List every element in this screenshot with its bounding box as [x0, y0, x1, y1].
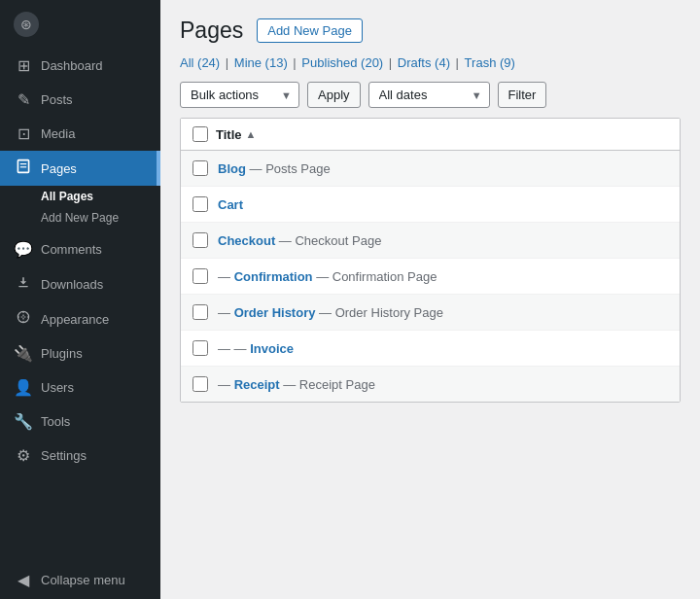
filter-published-link[interactable]: Published (20)	[301, 55, 383, 70]
table-header-row: Title ▲	[181, 119, 680, 151]
plugins-icon: 🔌	[14, 344, 33, 363]
table-row: — Order History — Order History Page	[181, 295, 680, 331]
sidebar-item-label: Plugins	[41, 346, 83, 361]
title-column-header[interactable]: Title ▲	[216, 127, 256, 142]
sidebar-item-label: Posts	[41, 92, 73, 107]
title-column-label: Title	[216, 127, 242, 142]
sidebar-sub-item-all-pages[interactable]: All Pages	[41, 186, 160, 207]
users-icon: 👤	[14, 378, 33, 397]
sidebar-item-users[interactable]: 👤 Users	[0, 370, 160, 405]
page-link-order-history[interactable]: Order History	[234, 305, 316, 320]
sidebar-item-comments[interactable]: 💬 Comments	[0, 232, 160, 266]
table-row: Checkout — Checkout Page	[181, 223, 680, 259]
row-checkbox-confirmation[interactable]	[192, 268, 208, 284]
filter-button[interactable]: Filter	[498, 82, 547, 108]
filter-drafts-link[interactable]: Drafts (4)	[398, 55, 450, 70]
sidebar-sub-item-add-new[interactable]: Add New Page	[41, 207, 160, 229]
table-row: — Confirmation — Confirmation Page	[181, 259, 680, 295]
row-title-order-history: — Order History — Order History Page	[218, 305, 668, 320]
row-checkbox-order-history[interactable]	[192, 304, 208, 320]
row-checkbox-checkout[interactable]	[192, 232, 208, 248]
sidebar-item-label: Comments	[41, 242, 102, 257]
page-link-checkout[interactable]: Checkout	[218, 233, 275, 248]
table-row: — — Invoice	[181, 331, 680, 367]
page-header: Pages Add New Page	[180, 18, 681, 44]
row-checkbox-invoice[interactable]	[192, 340, 208, 356]
posts-icon: ✎	[14, 90, 33, 109]
row-title-receipt: — Receipt — Receipt Page	[218, 377, 668, 392]
sidebar-item-label: Downloads	[41, 277, 103, 292]
settings-icon: ⚙	[14, 446, 33, 465]
filter-links-bar: All (24) | Mine (13) | Published (20) | …	[180, 55, 681, 70]
sidebar-item-label: Users	[41, 380, 74, 395]
sidebar-item-media[interactable]: ⊡ Media	[0, 117, 160, 151]
row-title-blog: Blog — Posts Page	[218, 161, 668, 176]
page-title: Pages	[180, 18, 243, 44]
sidebar: ⊛ ⊞ Dashboard ✎ Posts ⊡ Media Pages All …	[0, 0, 160, 599]
tools-icon: 🔧	[14, 412, 33, 431]
sidebar-item-tools[interactable]: 🔧 Tools	[0, 405, 160, 439]
page-link-receipt[interactable]: Receipt	[234, 377, 280, 392]
bulk-actions-wrapper: Bulk actions Edit Move to Trash ▼	[180, 82, 299, 108]
all-dates-wrapper: All dates January 2024 February 2024 ▼	[368, 82, 490, 108]
wp-logo-icon: ⊛	[14, 12, 39, 37]
collapse-menu-button[interactable]: ◀ Collapse menu	[0, 561, 160, 599]
filter-mine-link[interactable]: Mine (13)	[234, 55, 288, 70]
row-title-cart: Cart	[218, 197, 668, 212]
sidebar-item-label: Appearance	[41, 312, 109, 327]
table-row: Cart	[181, 187, 680, 223]
sidebar-item-appearance[interactable]: Appearance	[0, 301, 160, 336]
sidebar-item-plugins[interactable]: 🔌 Plugins	[0, 336, 160, 370]
page-link-confirmation[interactable]: Confirmation	[234, 269, 313, 284]
media-icon: ⊡	[14, 124, 33, 143]
table-row: Blog — Posts Page	[181, 151, 680, 187]
pages-icon	[14, 159, 33, 178]
row-checkbox-cart[interactable]	[192, 196, 208, 212]
pages-table: Title ▲ Blog — Posts Page Cart Checkout …	[180, 118, 681, 403]
row-checkbox-receipt[interactable]	[192, 376, 208, 392]
sort-icon: ▲	[246, 128, 257, 140]
main-content: Pages Add New Page All (24) | Mine (13) …	[160, 0, 700, 599]
downloads-icon	[14, 274, 33, 294]
sidebar-item-label: Tools	[41, 414, 70, 429]
row-title-invoice: — — Invoice	[218, 341, 668, 356]
filter-trash-link[interactable]: Trash (9)	[465, 55, 515, 70]
sidebar-item-settings[interactable]: ⚙ Settings	[0, 439, 160, 473]
sidebar-item-label: Media	[41, 126, 75, 141]
toolbar: Bulk actions Edit Move to Trash ▼ Apply …	[180, 82, 681, 108]
add-new-page-button[interactable]: Add New Page	[257, 18, 363, 43]
page-link-invoice[interactable]: Invoice	[250, 341, 294, 356]
filter-all-link[interactable]: All (24)	[180, 55, 220, 70]
dates-select[interactable]: All dates January 2024 February 2024	[368, 82, 490, 108]
dashboard-icon: ⊞	[14, 56, 33, 75]
sidebar-item-downloads[interactable]: Downloads	[0, 266, 160, 301]
sidebar-logo[interactable]: ⊛	[0, 0, 160, 49]
select-all-checkbox[interactable]	[192, 126, 208, 142]
sidebar-item-dashboard[interactable]: ⊞ Dashboard	[0, 49, 160, 83]
sidebar-item-label: Pages	[41, 161, 77, 176]
comments-icon: 💬	[14, 240, 33, 259]
sidebar-item-posts[interactable]: ✎ Posts	[0, 83, 160, 117]
svg-rect-0	[18, 160, 28, 173]
collapse-icon: ◀	[14, 571, 33, 589]
page-link-cart[interactable]: Cart	[218, 197, 243, 212]
table-row: — Receipt — Receipt Page	[181, 367, 680, 402]
row-title-checkout: Checkout — Checkout Page	[218, 233, 668, 248]
svg-rect-3	[18, 286, 28, 287]
appearance-icon	[14, 309, 33, 329]
sidebar-item-pages[interactable]: Pages	[0, 151, 160, 186]
sidebar-item-label: Dashboard	[41, 58, 103, 73]
bulk-actions-select[interactable]: Bulk actions Edit Move to Trash	[180, 82, 299, 108]
svg-point-4	[18, 311, 28, 322]
apply-button[interactable]: Apply	[307, 82, 361, 108]
pages-submenu: All Pages Add New Page	[0, 186, 160, 232]
collapse-menu-label: Collapse menu	[41, 573, 125, 587]
row-checkbox-blog[interactable]	[192, 160, 208, 176]
row-title-confirmation: — Confirmation — Confirmation Page	[218, 269, 668, 284]
page-link-blog[interactable]: Blog	[218, 161, 246, 176]
sidebar-item-label: Settings	[41, 448, 87, 463]
